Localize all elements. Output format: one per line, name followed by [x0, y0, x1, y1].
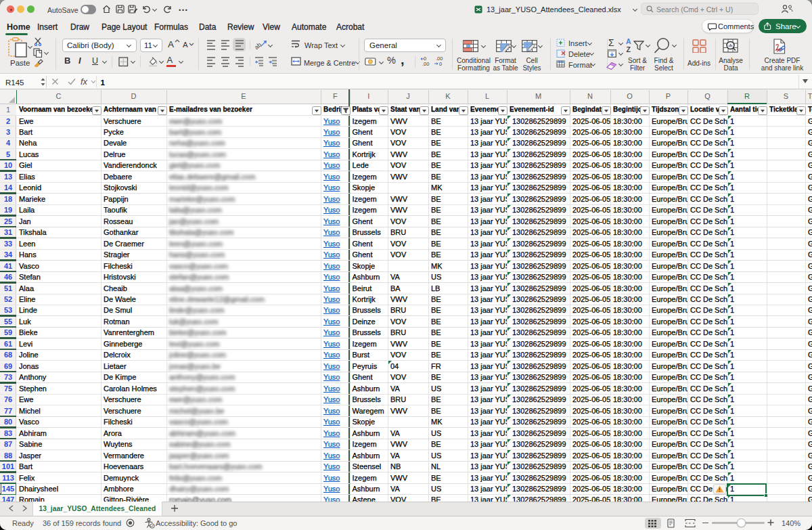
svg-text:.00: .00	[422, 61, 429, 66]
svg-text:0: 0	[439, 61, 442, 66]
